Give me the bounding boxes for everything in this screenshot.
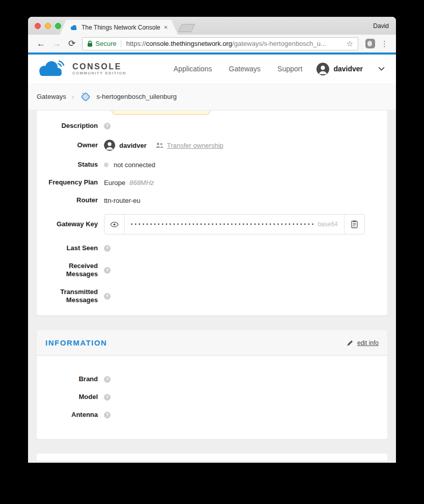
- frequency-plan-row: Frequency Plan Europe 868MHz: [37, 178, 387, 187]
- next-section-card-cutoff: [37, 454, 387, 461]
- browser-toolbar: ← → ⟳ Secure https://console.thethingsne…: [28, 35, 396, 52]
- pencil-icon: [347, 339, 354, 347]
- browser-menu-icon[interactable]: ⋮: [381, 39, 388, 48]
- model-label: Model: [37, 393, 98, 401]
- owner-name: davidver: [119, 142, 146, 149]
- owner-row: Owner davidver: [37, 140, 387, 151]
- router-row: Router ttn-router-eu: [37, 196, 387, 204]
- edit-info[interactable]: edit info: [347, 339, 379, 347]
- extension-icon[interactable]: [365, 39, 375, 48]
- help-icon[interactable]: ?: [104, 267, 111, 274]
- status-row: Status not connected: [37, 161, 387, 169]
- breadcrumb-separator: ›: [72, 93, 74, 100]
- address-bar[interactable]: Secure https://console.thethingsnetwork.…: [82, 37, 358, 50]
- new-tab-button[interactable]: [178, 24, 195, 32]
- description-label: Description: [37, 122, 98, 130]
- user-avatar: [316, 63, 329, 75]
- help-icon[interactable]: ?: [104, 293, 111, 300]
- transmitted-messages-row: Transmitted Messages ?: [37, 288, 387, 304]
- status-value: not connected: [114, 161, 155, 169]
- screenshot-stage: The Things Network Console × David ← → ⟳…: [0, 0, 424, 504]
- url-host: console.thethingsnetwork.org: [146, 40, 232, 47]
- reload-icon[interactable]: ⟳: [68, 39, 75, 48]
- last-seen-label: Last Seen: [37, 244, 98, 252]
- close-window-button[interactable]: [35, 23, 41, 29]
- transfer-ownership[interactable]: Transfer ownership: [155, 142, 223, 149]
- breadcrumb: Gateways › s-hertogenbosch_uilenburg: [28, 83, 396, 111]
- minimize-window-button[interactable]: [45, 23, 51, 29]
- help-icon[interactable]: ?: [104, 376, 111, 383]
- edit-info-link[interactable]: edit info: [357, 339, 379, 347]
- breadcrumb-current: s-hertogenbosch_uilenburg: [96, 93, 177, 100]
- gateway-key-label: Gateway Key: [37, 220, 98, 228]
- user-menu[interactable]: davidver: [316, 63, 363, 75]
- forward-icon: →: [52, 39, 61, 48]
- eye-icon: [110, 222, 119, 227]
- secure-label[interactable]: Secure: [95, 40, 116, 47]
- secure-lock-icon: [87, 40, 93, 47]
- browser-tab-bar: The Things Network Console × David: [28, 17, 396, 35]
- gateway-overview-card: Description ? Owner davidver: [37, 111, 387, 315]
- community-edition-subtitle: COMMUNITY EDITION: [72, 71, 126, 75]
- browser-profile-name[interactable]: David: [373, 22, 389, 30]
- gateway-key-field-group: ••••••••••••••••••••••••••••••••••••••••…: [104, 214, 365, 234]
- gateway-id-highlight-cutoff: [112, 111, 210, 115]
- status-label: Status: [37, 161, 98, 169]
- router-label: Router: [37, 196, 98, 204]
- url-scheme: https://: [126, 40, 146, 47]
- logo-text: CONSOLE COMMUNITY EDITION: [72, 62, 126, 75]
- site-header: CONSOLE COMMUNITY EDITION Applications G…: [28, 55, 396, 83]
- frequency-plan-region: Europe: [104, 179, 125, 187]
- active-tab[interactable]: The Things Network Console ×: [60, 20, 178, 35]
- gateway-key-encoding-tag: base64: [318, 221, 338, 228]
- antenna-label: Antenna: [37, 411, 98, 419]
- gateway-key-row: Gateway Key ••••••••••••••••••••••••••••…: [37, 214, 387, 234]
- help-icon[interactable]: ?: [104, 123, 111, 129]
- help-icon[interactable]: ?: [104, 245, 111, 252]
- console-title: CONSOLE: [72, 62, 126, 71]
- reveal-key-button[interactable]: [104, 215, 125, 234]
- transfer-ownership-link[interactable]: Transfer ownership: [167, 142, 223, 149]
- owner-label: Owner: [37, 141, 98, 149]
- browser-window: The Things Network Console × David ← → ⟳…: [28, 17, 396, 463]
- chevron-down-icon[interactable]: [378, 67, 385, 71]
- owner-avatar: [104, 140, 115, 151]
- gateway-key-input[interactable]: ••••••••••••••••••••••••••••••••••••••••…: [125, 215, 344, 234]
- transmitted-messages-label: Transmitted Messages: [37, 288, 98, 304]
- model-row: Model ?: [37, 393, 387, 401]
- information-card: INFORMATION edit info Brand ? Model: [37, 330, 387, 439]
- breadcrumb-gateways[interactable]: Gateways: [37, 93, 66, 100]
- gateway-diamond-icon: [80, 91, 92, 103]
- nav-support[interactable]: Support: [277, 65, 302, 73]
- ttn-cloud-logo-icon: [35, 59, 68, 79]
- bookmark-star-icon[interactable]: ☆: [343, 39, 353, 48]
- user-name: davidver: [333, 65, 363, 73]
- copy-key-button[interactable]: [344, 215, 364, 234]
- nav-applications[interactable]: Applications: [174, 65, 213, 73]
- antenna-row: Antenna ?: [37, 411, 387, 419]
- information-body: Brand ? Model ? Antenna ?: [37, 356, 387, 439]
- received-messages-row: Received Messages ?: [37, 262, 387, 278]
- router-value: ttn-router-eu: [104, 197, 141, 204]
- tab-close-icon[interactable]: ×: [164, 24, 168, 31]
- transfer-people-icon: [155, 142, 164, 148]
- last-seen-row: Last Seen ?: [37, 244, 387, 252]
- information-title: INFORMATION: [45, 338, 107, 347]
- help-icon[interactable]: ?: [104, 394, 111, 401]
- frequency-plan-label: Frequency Plan: [37, 178, 98, 187]
- clipboard-icon: [351, 220, 358, 228]
- frequency-plan-band: 868MHz: [129, 179, 154, 187]
- window-controls: [35, 23, 61, 29]
- zoom-window-button[interactable]: [55, 23, 61, 29]
- help-icon[interactable]: ?: [104, 412, 111, 418]
- nav-gateways[interactable]: Gateways: [229, 65, 260, 73]
- gateway-key-masked-value: ••••••••••••••••••••••••••••••••••••••••…: [131, 222, 315, 227]
- url-divider: [121, 40, 121, 47]
- page-content: Description ? Owner davidver: [28, 111, 396, 461]
- brand-row: Brand ?: [37, 375, 387, 383]
- brand-label: Brand: [37, 375, 98, 383]
- back-icon[interactable]: ←: [37, 39, 45, 48]
- tab-favicon-cloud-icon: [70, 24, 78, 31]
- information-header: INFORMATION edit info: [37, 330, 387, 356]
- main-nav: Applications Gateways Support: [174, 65, 303, 73]
